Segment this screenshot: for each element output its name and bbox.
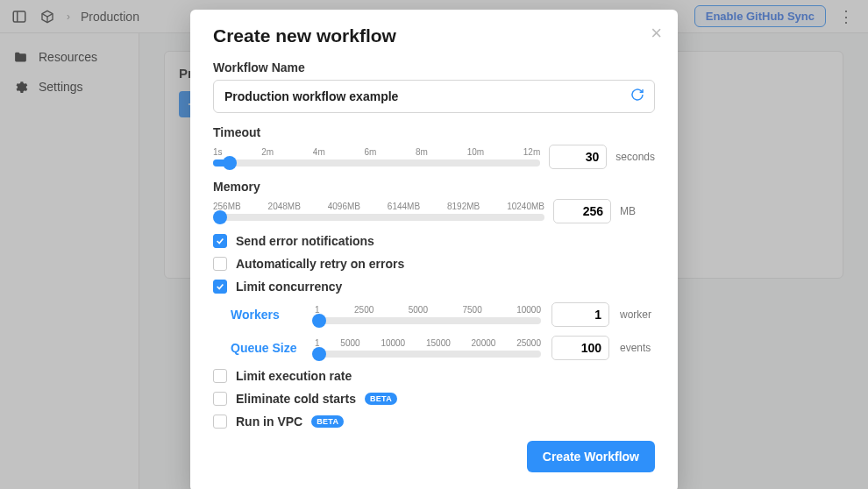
checkbox-icon [213,234,227,248]
limit-concurrency-check[interactable]: Limit concurrency [213,280,655,294]
workers-value-input[interactable] [551,302,609,327]
cold-starts-check[interactable]: Eliminate cold starts BETA [213,392,655,406]
checkbox-icon [213,280,227,294]
memory-label: Memory [213,180,655,194]
timeout-section: Timeout 1s 2m 4m 6m 8m 10m 12m seconds [213,125,655,169]
queue-value-input[interactable] [551,336,609,360]
timeout-unit: seconds [615,151,655,163]
memory-ticks: 256MB 2048MB 4096MB 6144MB 8192MB 10240M… [213,202,544,211]
timeout-value-input[interactable] [549,145,607,169]
modal-footer: Create Workflow [213,441,655,472]
create-workflow-button[interactable]: Create Workflow [527,441,655,472]
queue-row: Queue Size 1 5000 10000 15000 20000 2500… [231,336,655,360]
workers-slider[interactable]: 1 2500 5000 7500 10000 [315,305,541,324]
vpc-check[interactable]: Run in VPC BETA [213,415,655,429]
close-icon[interactable]: × [651,22,662,45]
timeout-slider[interactable]: 1s 2m 4m 6m 8m 10m 12m [213,147,540,167]
workflow-name-row [213,80,655,113]
concurrency-nested: Workers 1 2500 5000 7500 10000 worker Qu… [231,302,655,360]
memory-slider[interactable]: 256MB 2048MB 4096MB 6144MB 8192MB 10240M… [213,202,544,221]
beta-badge: BETA [311,415,344,428]
modal-overlay: × Create new workflow Workflow Name Time… [0,0,868,489]
checkbox-icon [213,257,227,271]
regenerate-name-icon[interactable] [630,88,644,105]
checkbox-icon [213,369,227,383]
create-workflow-modal: × Create new workflow Workflow Name Time… [190,10,678,489]
modal-title: Create new workflow [213,25,655,46]
checkbox-icon [213,392,227,406]
workers-row: Workers 1 2500 5000 7500 10000 worker [231,302,655,327]
queue-label: Queue Size [231,341,304,355]
checkbox-icon [213,415,227,429]
timeout-label: Timeout [213,125,655,139]
workflow-name-input[interactable] [213,80,655,113]
workflow-name-label: Workflow Name [213,60,655,74]
queue-slider[interactable]: 1 5000 10000 15000 20000 25000 [315,338,541,358]
queue-unit: events [620,342,655,354]
memory-value-input[interactable] [553,199,611,223]
workers-label: Workers [231,308,304,322]
send-errors-check[interactable]: Send error notifications [213,234,655,248]
timeout-ticks: 1s 2m 4m 6m 8m 10m 12m [213,147,540,157]
memory-section: Memory 256MB 2048MB 4096MB 6144MB 8192MB… [213,180,655,223]
auto-retry-check[interactable]: Automatically retry on errors [213,257,655,271]
beta-badge: BETA [365,393,397,405]
workers-unit: worker [620,308,655,321]
limit-rate-check[interactable]: Limit execution rate [213,369,655,383]
memory-unit: MB [620,205,655,217]
